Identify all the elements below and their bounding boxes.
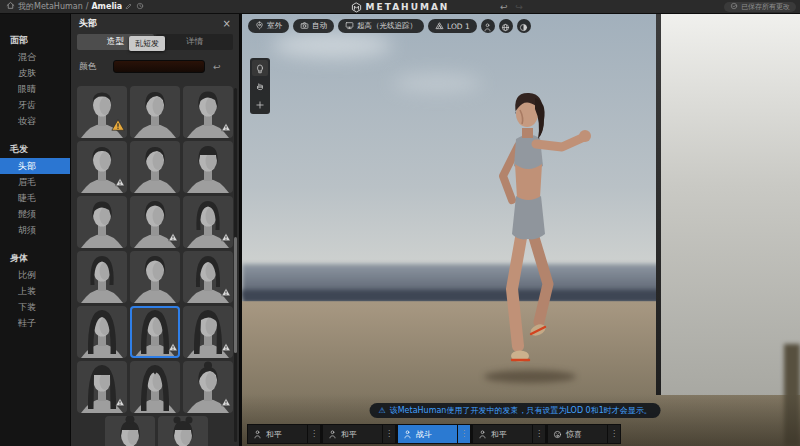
pose-segment-战斗[interactable]: 战斗⋮ bbox=[398, 425, 470, 443]
hairstyle-thumbnail[interactable] bbox=[77, 361, 127, 413]
person-icon bbox=[328, 430, 337, 439]
viewport-3d[interactable]: 室外自动超高（光线追踪）LOD 1 ⚠ 该MetaHuman使用了开发中的发束，… bbox=[240, 14, 800, 446]
hairstyle-thumbnail[interactable] bbox=[183, 361, 233, 413]
edit-name-icon[interactable] bbox=[125, 2, 133, 12]
hairstyle-thumbnail[interactable] bbox=[183, 251, 233, 303]
mesh-icon bbox=[435, 21, 444, 32]
viewport-pill-mesh[interactable]: LOD 1 bbox=[428, 19, 477, 33]
undo-button[interactable]: ↩ bbox=[500, 2, 508, 12]
hairstyle-thumbnail[interactable] bbox=[77, 306, 127, 358]
viewport-pill-label: 室外 bbox=[267, 21, 282, 31]
color-row: 颜色 ↩ bbox=[79, 60, 231, 73]
contrast-icon bbox=[519, 17, 528, 36]
lod-warning-icon bbox=[115, 172, 125, 191]
hairstyle-thumbnail[interactable] bbox=[130, 86, 180, 138]
hairstyle-thumbnail[interactable] bbox=[130, 196, 180, 248]
panel-title: 头部 bbox=[79, 17, 97, 30]
hairstyle-thumbnail[interactable] bbox=[77, 196, 127, 248]
hairstyle-thumbnail[interactable] bbox=[130, 306, 180, 358]
viewport-pill-label: LOD 1 bbox=[447, 22, 470, 31]
sidebar-item-混合[interactable]: 混合 bbox=[0, 49, 70, 65]
top-bar: 我的MetaHuman / Amelia METAHUMAN ↩ ↪ 已保存所有… bbox=[0, 0, 800, 14]
person-icon bbox=[403, 430, 412, 439]
save-status-badge: 已保存所有更改 bbox=[724, 2, 796, 12]
pose-segment-惊喜[interactable]: 惊喜⋮ bbox=[548, 425, 620, 443]
hairstyle-thumbnail[interactable] bbox=[183, 306, 233, 358]
grid-scrollbar-thumb[interactable] bbox=[234, 237, 237, 354]
hairstyle-thumbnail[interactable] bbox=[158, 416, 208, 446]
hairstyle-thumbnail[interactable] bbox=[183, 86, 233, 138]
pose-bar: 和平⋮和平⋮战斗⋮和平⋮惊喜⋮ bbox=[247, 424, 621, 444]
sidebar-section-label: 面部 bbox=[0, 32, 70, 49]
hairstyle-thumbnail[interactable] bbox=[77, 141, 127, 193]
sidebar-item-比例[interactable]: 比例 bbox=[0, 267, 70, 283]
pose-segment-和平[interactable]: 和平⋮ bbox=[473, 425, 545, 443]
grid-row bbox=[77, 306, 235, 358]
pose-segment-和平[interactable]: 和平⋮ bbox=[323, 425, 395, 443]
sidebar-item-眉毛[interactable]: 眉毛 bbox=[0, 174, 70, 190]
sidebar-item-鞋子[interactable]: 鞋子 bbox=[0, 315, 70, 331]
monitor-icon bbox=[345, 21, 354, 32]
sidebar-item-睫毛[interactable]: 睫毛 bbox=[0, 190, 70, 206]
hairstyle-thumbnail[interactable] bbox=[130, 141, 180, 193]
globe-button[interactable] bbox=[499, 19, 513, 33]
sidebar-item-妆容[interactable]: 妆容 bbox=[0, 113, 70, 129]
close-icon[interactable]: × bbox=[223, 18, 231, 29]
pose-options-menu[interactable]: ⋮ bbox=[607, 425, 620, 443]
character bbox=[432, 84, 602, 394]
pose-options-menu[interactable]: ⋮ bbox=[532, 425, 545, 443]
person-icon bbox=[478, 430, 487, 439]
history-icon[interactable] bbox=[136, 2, 144, 12]
person-button[interactable] bbox=[481, 19, 495, 33]
sidebar-item-头部[interactable]: 头部 bbox=[0, 158, 70, 174]
home-icon[interactable] bbox=[6, 1, 15, 12]
sidebar-item-上装[interactable]: 上装 bbox=[0, 283, 70, 299]
sidebar-item-牙齿[interactable]: 牙齿 bbox=[0, 97, 70, 113]
contrast-button[interactable] bbox=[517, 19, 531, 33]
check-circle-icon bbox=[730, 2, 738, 12]
pose-segment-和平[interactable]: 和平⋮ bbox=[248, 425, 320, 443]
hairstyle-thumbnail[interactable] bbox=[183, 196, 233, 248]
pose-segment-label: 惊喜 bbox=[566, 429, 582, 440]
lod-warning-icon bbox=[221, 282, 231, 301]
tab-详情[interactable]: 详情 bbox=[156, 34, 233, 50]
grid-row bbox=[77, 416, 235, 446]
hairstyle-thumbnail[interactable] bbox=[130, 361, 180, 413]
viewport-pill-camera[interactable]: 自动 bbox=[293, 19, 334, 33]
pose-options-menu[interactable]: ⋮ bbox=[457, 425, 470, 443]
breadcrumb-current[interactable]: Amelia bbox=[91, 2, 122, 11]
hairstyle-thumbnail[interactable] bbox=[183, 141, 233, 193]
hairstyle-thumbnail[interactable] bbox=[130, 251, 180, 303]
viewport-pill-monitor[interactable]: 超高（光线追踪） bbox=[338, 19, 424, 33]
sidebar-item-眼睛[interactable]: 眼睛 bbox=[0, 81, 70, 97]
hair-color-swatch[interactable] bbox=[113, 60, 205, 73]
hairstyle-thumbnail[interactable] bbox=[105, 416, 155, 446]
hairstyle-tooltip: 乱短发 bbox=[129, 36, 165, 51]
head-tool-button[interactable] bbox=[252, 60, 268, 76]
viewport-pill-label: 自动 bbox=[312, 21, 327, 31]
sidebar-section-label: 毛发 bbox=[0, 141, 70, 158]
grid-row bbox=[77, 86, 235, 138]
reset-color-icon[interactable]: ↩ bbox=[213, 62, 221, 72]
hairstyle-thumbnail[interactable] bbox=[77, 86, 127, 138]
plus-tool-button[interactable] bbox=[252, 96, 268, 112]
grid-row bbox=[77, 196, 235, 248]
viewport-pill-label: 超高（光线追踪） bbox=[357, 21, 417, 31]
pose-options-menu[interactable]: ⋮ bbox=[307, 425, 320, 443]
lod-warning-icon bbox=[168, 227, 178, 246]
sidebar-item-胡须[interactable]: 胡须 bbox=[0, 222, 70, 238]
pin-icon bbox=[255, 21, 264, 32]
pose-options-menu[interactable]: ⋮ bbox=[382, 425, 395, 443]
sidebar-item-下装[interactable]: 下装 bbox=[0, 299, 70, 315]
grid-scrollbar[interactable] bbox=[234, 88, 237, 442]
hand-tool-button[interactable] bbox=[252, 78, 268, 94]
undo-redo-group: ↩ ↪ bbox=[500, 0, 523, 14]
redo-button[interactable]: ↪ bbox=[516, 2, 524, 12]
sidebar-item-皮肤[interactable]: 皮肤 bbox=[0, 65, 70, 81]
sidebar-item-髭须[interactable]: 髭须 bbox=[0, 206, 70, 222]
sidebar-section-0: 面部混合皮肤眼睛牙齿妆容 bbox=[0, 32, 70, 129]
breadcrumb-root[interactable]: 我的MetaHuman bbox=[18, 1, 83, 12]
viewport-pill-pin[interactable]: 室外 bbox=[248, 19, 289, 33]
hairstyle-thumbnail[interactable] bbox=[77, 251, 127, 303]
pose-segment-label: 和平 bbox=[266, 429, 282, 440]
